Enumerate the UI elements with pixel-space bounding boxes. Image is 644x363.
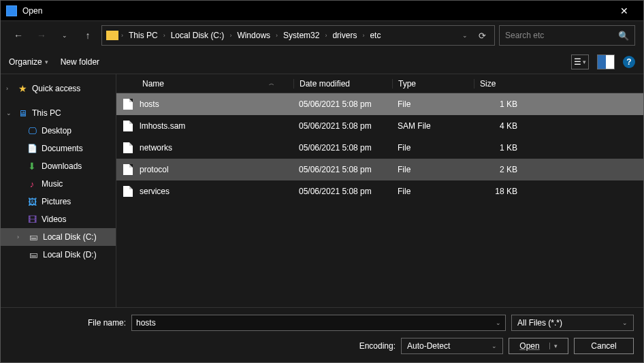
open-label: Open (519, 341, 539, 351)
file-type: File (392, 99, 474, 109)
chevron-right-icon: › (6, 85, 13, 92)
music-icon: ♪ (27, 178, 37, 189)
chevron-right-icon: › (163, 32, 165, 39)
breadcrumb-item[interactable]: System32 (280, 29, 322, 42)
nav-row: ← → ⌄ ↑ › This PC › Local Disk (C:) › Wi… (1, 21, 643, 50)
file-icon (123, 186, 133, 197)
app-icon (6, 5, 17, 16)
sidebar-label: Downloads (42, 161, 82, 171)
file-icon (123, 121, 133, 131)
chevron-right-icon: › (276, 32, 278, 39)
file-type: File (392, 187, 474, 196)
refresh-button[interactable]: ⟳ (474, 31, 490, 41)
sidebar-label: Quick access (32, 84, 80, 93)
view-mode-button[interactable]: ☰▾ (571, 54, 589, 69)
file-size: 2 KB (474, 165, 523, 174)
filename-field[interactable]: ⌄ (131, 315, 506, 331)
open-button[interactable]: Open ▾ (509, 338, 568, 354)
chevron-down-icon: ▾ (45, 59, 48, 65)
nav-back-button[interactable]: ← (9, 26, 28, 45)
sidebar-drive-c[interactable]: › 🖴 Local Disk (C:) (1, 228, 116, 246)
search-icon[interactable]: 🔍 (618, 31, 629, 41)
column-header-date[interactable]: Date modified (293, 79, 392, 89)
downloads-icon: ⬇ (27, 161, 37, 172)
folder-icon (106, 31, 118, 40)
file-type: SAM File (392, 121, 474, 131)
title-bar: Open ✕ (1, 1, 643, 21)
filename-input[interactable] (136, 318, 492, 328)
chevron-down-icon: ⌄ (622, 319, 628, 326)
search-box[interactable]: 🔍 (499, 25, 635, 46)
filename-dropdown[interactable]: ⌄ (492, 319, 501, 326)
file-type-filter[interactable]: All Files (*.*) ⌄ (511, 315, 634, 331)
new-folder-button[interactable]: New folder (61, 57, 99, 67)
file-date: 05/06/2021 5:08 pm (293, 121, 392, 131)
organize-button[interactable]: Organize ▾ (9, 57, 48, 67)
drive-icon: 🖴 (28, 232, 39, 242)
column-header-name[interactable]: Name ︿ (123, 79, 293, 89)
file-size: 18 KB (474, 187, 523, 196)
sidebar-desktop[interactable]: 🖵 Desktop (1, 122, 116, 140)
column-header-type[interactable]: Type (392, 79, 474, 89)
file-type: File (392, 143, 474, 153)
sidebar-label: Music (42, 179, 63, 189)
toolbar: Organize ▾ New folder ☰▾ ? (1, 50, 643, 74)
encoding-value: Auto-Detect (407, 341, 450, 351)
nav-up-button[interactable]: ↑ (78, 26, 97, 45)
sidebar-videos[interactable]: 🎞 Videos (1, 210, 116, 228)
file-size: 1 KB (474, 143, 523, 153)
breadcrumb-item[interactable]: This PC (126, 29, 161, 42)
star-icon: ★ (17, 83, 28, 94)
new-folder-label: New folder (61, 57, 99, 67)
chevron-down-icon: ⌄ (6, 110, 13, 116)
nav-forward-button[interactable]: → (32, 26, 51, 45)
sidebar-label: This PC (32, 108, 61, 118)
breadcrumb-item[interactable]: drivers (329, 29, 359, 42)
sidebar-label: Local Disk (D:) (43, 250, 97, 259)
breadcrumb-item[interactable]: Local Disk (C:) (168, 29, 227, 42)
sort-indicator-icon: ︿ (269, 80, 274, 87)
chevron-right-icon: › (17, 234, 24, 240)
column-label: Name (142, 79, 164, 89)
sidebar-label: Local Disk (C:) (43, 232, 97, 242)
file-name: protocol (140, 165, 293, 174)
file-pane: Name ︿ Date modified Type Size hosts05/0… (116, 74, 643, 307)
cancel-label: Cancel (591, 341, 616, 351)
preview-pane-button[interactable] (597, 54, 615, 69)
sidebar-pictures[interactable]: 🖼 Pictures (1, 193, 116, 210)
main-area: › ★ Quick access ⌄ 🖥 This PC 🖵 Desktop 📄… (1, 74, 643, 307)
sidebar-drive-d[interactable]: › 🖴 Local Disk (D:) (1, 246, 116, 264)
chevron-right-icon: › (325, 32, 327, 39)
sidebar-quick-access[interactable]: › ★ Quick access (1, 80, 116, 97)
address-bar[interactable]: › This PC › Local Disk (C:) › Windows › … (101, 25, 495, 46)
filter-label: All Files (*.*) (517, 318, 562, 328)
pc-icon: 🖥 (17, 108, 28, 119)
file-icon (123, 99, 133, 110)
desktop-icon: 🖵 (27, 125, 37, 136)
sidebar-label: Desktop (42, 126, 71, 136)
file-row[interactable]: hosts05/06/2021 5:08 pmFile1 KB (116, 93, 643, 115)
breadcrumb-item[interactable]: Windows (234, 29, 273, 42)
cancel-button[interactable]: Cancel (574, 338, 634, 354)
encoding-select[interactable]: Auto-Detect ⌄ (401, 338, 503, 354)
column-header-size[interactable]: Size (474, 79, 528, 89)
sidebar-label: Videos (42, 215, 66, 224)
sidebar-music[interactable]: ♪ Music (1, 175, 116, 193)
nav-recent-dropdown[interactable]: ⌄ (55, 26, 74, 45)
sidebar-this-pc[interactable]: ⌄ 🖥 This PC (1, 104, 116, 122)
close-button[interactable]: ✕ (611, 5, 638, 16)
sidebar-downloads[interactable]: ⬇ Downloads (1, 157, 116, 175)
filename-label: File name: (10, 318, 126, 328)
column-label: Size (480, 79, 496, 89)
column-label: Type (398, 79, 416, 89)
sidebar-documents[interactable]: 📄 Documents (1, 140, 116, 157)
file-row[interactable]: lmhosts.sam05/06/2021 5:08 pmSAM File4 K… (116, 115, 643, 137)
file-row[interactable]: protocol05/06/2021 5:08 pmFile2 KB (116, 159, 643, 180)
file-row[interactable]: services05/06/2021 5:08 pmFile18 KB (116, 180, 643, 202)
search-input[interactable] (505, 31, 618, 40)
help-button[interactable]: ? (623, 56, 635, 68)
window-title: Open (22, 6, 611, 16)
file-row[interactable]: networks05/06/2021 5:08 pmFile1 KB (116, 137, 643, 159)
breadcrumb-item[interactable]: etc (367, 29, 383, 42)
address-dropdown[interactable]: ⌄ (458, 32, 472, 39)
